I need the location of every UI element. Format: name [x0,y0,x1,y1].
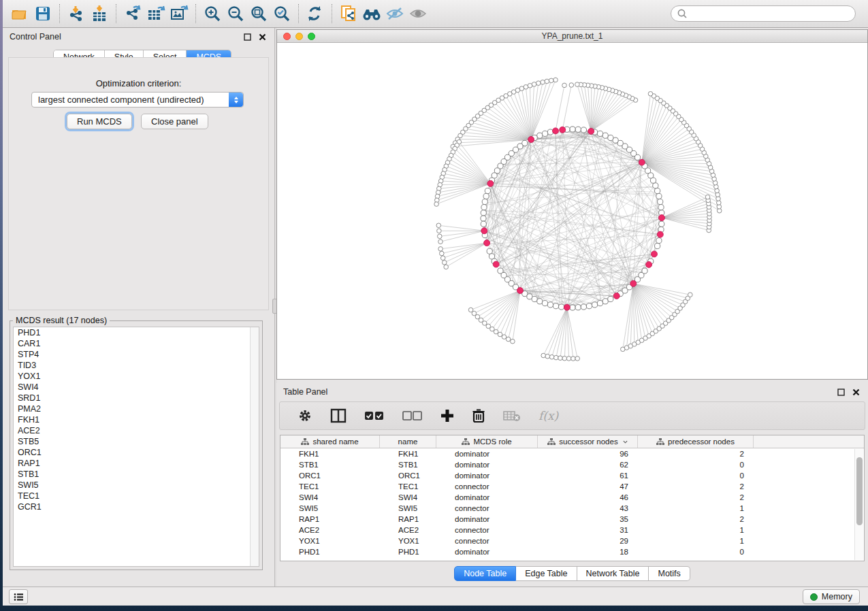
mcds-result-item[interactable]: ACE2 [14,425,259,436]
mcds-result-item[interactable]: PHD1 [14,327,259,338]
cell-shared-name: ACE2 [280,525,380,535]
column-layout-icon[interactable] [330,407,347,425]
table-scrollbar-thumb[interactable] [856,457,863,525]
network-from-selection-icon[interactable] [337,3,360,24]
find-binoculars-icon[interactable] [360,3,383,24]
cell-predecessor-nodes: 0 [638,470,754,481]
mcds-result-item[interactable]: SWI5 [14,480,259,491]
mcds-result-item[interactable]: YOX1 [14,371,259,382]
export-network-icon[interactable] [121,3,144,24]
cell-successor-nodes: 47 [538,481,638,492]
mcds-result-item[interactable]: STB1 [14,469,259,480]
cell-name: STB1 [380,459,436,470]
mcds-result-item[interactable]: TID3 [14,360,259,371]
import-network-icon[interactable] [65,3,88,24]
node-table[interactable]: shared namenameMCDS rolesuccessor nodesp… [280,435,865,561]
mcds-result-list[interactable]: PHD1CAR1STP4TID3YOX1SWI4SRD1PMA2FKH1ACE2… [13,327,259,567]
mcds-result-item[interactable]: PMA2 [14,403,259,414]
show-level-of-detail-icon[interactable] [406,3,430,24]
cell-predecessor-nodes: 0 [638,546,754,557]
table-row[interactable]: TEC1TEC1connector472 [280,481,864,492]
export-image-icon[interactable] [167,3,191,24]
node-table-header-row: shared namenameMCDS rolesuccessor nodesp… [280,435,864,448]
mcds-result-item[interactable]: GCR1 [14,501,259,512]
cell-mcds-role: connector [436,535,538,546]
cell-mcds-role: connector [436,481,538,492]
network-canvas-svg[interactable] [277,43,867,379]
export-table-icon[interactable] [144,3,167,24]
network-window-titlebar[interactable]: YPA_prune.txt_1 [277,30,867,43]
cell-shared-name: PHD1 [280,546,380,557]
window-maximize-icon[interactable] [308,33,315,40]
mcds-result-item[interactable]: STB5 [14,436,259,447]
refresh-layout-icon[interactable] [304,3,327,24]
table-settings-gear-icon[interactable] [298,407,312,425]
table-row[interactable]: ORC1ORC1dominator610 [280,470,864,481]
zoom-fit-icon[interactable] [247,3,270,24]
float-panel-icon[interactable] [242,31,253,42]
table-row[interactable]: ACE2ACE2connector311 [280,525,864,535]
cell-successor-nodes: 96 [538,448,638,459]
table-row[interactable]: RAP1RAP1dominator352 [280,514,864,525]
mcds-result-item[interactable]: SWI4 [14,382,259,393]
deselect-all-columns-icon[interactable] [402,407,423,425]
import-table-icon[interactable] [88,3,111,24]
column-header-successor-nodes[interactable]: successor nodes [538,435,638,448]
cell-successor-nodes: 43 [538,503,638,514]
mcds-list-scrollbar[interactable] [250,327,259,566]
tab-network-table[interactable]: Network Table [577,566,649,581]
open-file-icon[interactable] [8,3,31,24]
column-header-mcds-role[interactable]: MCDS role [436,435,538,448]
close-panel-button[interactable]: Close panel [141,114,208,129]
list-icon [14,593,24,601]
tab-motifs[interactable]: Motifs [649,566,690,581]
cell-name: RAP1 [380,514,436,525]
column-header-name[interactable]: name [380,435,436,448]
task-history-button[interactable] [9,589,28,604]
memory-button[interactable]: Memory [803,589,860,604]
cell-successor-nodes: 61 [538,470,638,481]
close-panel-icon[interactable] [257,31,268,42]
column-header-predecessor-nodes[interactable]: predecessor nodes [638,435,754,448]
search-input[interactable] [688,9,855,18]
mcds-result-item[interactable]: STP4 [14,349,259,360]
tab-edge-table[interactable]: Edge Table [516,566,577,581]
add-column-icon[interactable] [440,407,454,425]
mcds-result-item[interactable]: ORC1 [14,447,259,458]
save-icon[interactable] [31,3,54,24]
table-row[interactable]: FKH1FKH1dominator962 [280,448,864,459]
cell-name: YOX1 [380,535,436,546]
cell-name: ORC1 [380,470,436,481]
zoom-out-icon[interactable] [224,3,247,24]
cell-shared-name: SWI4 [280,492,380,503]
run-mcds-button[interactable]: Run MCDS [67,114,132,129]
hide-graphics-details-icon[interactable] [383,3,406,24]
column-label: name [398,437,418,446]
mcds-result-item[interactable]: CAR1 [14,338,259,349]
table-row[interactable]: PHD1PHD1dominator180 [280,546,864,557]
window-close-icon[interactable] [283,33,291,40]
table-row[interactable]: STB1STB1dominator620 [280,459,864,470]
main-toolbar [3,0,868,28]
table-row[interactable]: SWI4SWI4dominator462 [280,492,864,503]
select-all-columns-icon[interactable] [364,407,385,425]
search-box[interactable] [671,5,856,22]
node-table-body: FKH1FKH1dominator962STB1STB1dominator620… [280,448,864,557]
window-minimize-icon[interactable] [295,33,303,40]
cell-predecessor-nodes: 0 [638,459,754,470]
zoom-in-icon[interactable] [201,3,224,24]
mcds-result-item[interactable]: RAP1 [14,458,259,469]
float-panel-icon[interactable] [835,386,846,397]
table-row[interactable]: YOX1YOX1connector291 [280,535,864,546]
tab-node-table[interactable]: Node Table [454,566,516,581]
zoom-selected-icon[interactable] [270,3,293,24]
optimization-criterion-select[interactable]: largest connected component (undirected) [31,92,244,108]
table-row[interactable]: SWI5SWI5connector431 [280,503,864,514]
table-scrollbar[interactable] [854,449,863,560]
delete-column-icon[interactable] [472,407,485,425]
close-panel-icon[interactable] [850,386,861,397]
mcds-result-item[interactable]: TEC1 [14,491,259,501]
mcds-result-item[interactable]: SRD1 [14,393,259,403]
mcds-result-item[interactable]: FKH1 [14,414,259,425]
column-header-shared-name[interactable]: shared name [280,435,380,448]
